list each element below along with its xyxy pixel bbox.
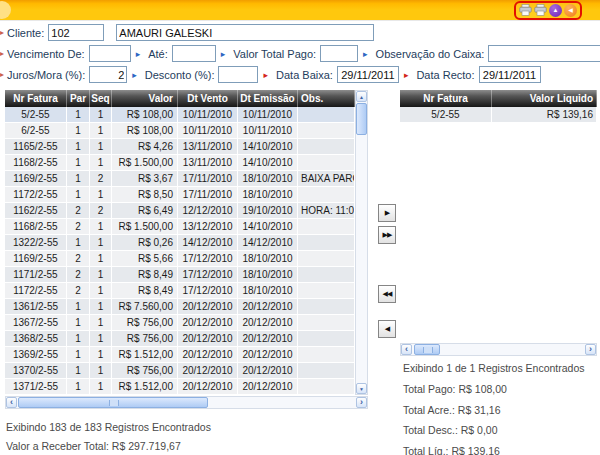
rates-row: ▸ Juros/Mora (%): ▸ Desconto (%): ▸ Data… bbox=[0, 66, 600, 83]
invoices-vertical-scrollbar[interactable]: ▲ ▼ bbox=[355, 90, 368, 395]
move-all-left-button[interactable]: ◀◀ bbox=[378, 285, 396, 303]
cell-par: 1 bbox=[67, 299, 90, 314]
cell-dt-vento: 17/12/2010 bbox=[178, 283, 238, 298]
table-row[interactable]: 1169/2-55 1 2 R$ 3,67 17/11/2010 18/10/2… bbox=[5, 171, 355, 187]
cell-dt-emissao: 20/12/2010 bbox=[238, 331, 298, 346]
cell-nr-fatura: 1169/2-55 bbox=[5, 171, 67, 186]
move-right-button[interactable]: ▶ bbox=[378, 204, 396, 222]
scroll-right-icon[interactable]: › bbox=[356, 397, 367, 408]
cell-nr-fatura: 1172/2-55 bbox=[5, 283, 67, 298]
toolbar-icon-group: ▲ ◀ bbox=[514, 1, 582, 20]
horizontal-scroll-thumb[interactable] bbox=[414, 344, 440, 355]
field-arrow-icon: ▸ bbox=[136, 49, 141, 59]
cell-dt-vento: 10/11/2010 bbox=[178, 107, 238, 122]
desconto-input[interactable] bbox=[218, 66, 258, 83]
juros-mora-input[interactable] bbox=[89, 66, 127, 83]
field-arrow-icon: ▸ bbox=[263, 70, 268, 80]
print-2-icon[interactable] bbox=[534, 2, 547, 20]
table-row[interactable]: 1322/2-55 1 1 R$ 0,26 14/12/2010 14/12/2… bbox=[5, 235, 355, 251]
cliente-name-input[interactable] bbox=[116, 24, 374, 41]
cell-par: 2 bbox=[67, 267, 90, 282]
table-row[interactable]: 1168/2-55 1 1 R$ 1.500,00 13/11/2010 14/… bbox=[5, 155, 355, 171]
cell-seq: 1 bbox=[90, 315, 112, 330]
cell-valor: R$ 0,26 bbox=[112, 235, 178, 250]
scroll-left-icon[interactable]: ‹ bbox=[6, 397, 17, 408]
data-recto-input[interactable] bbox=[479, 66, 541, 83]
cell-par: 2 bbox=[67, 219, 90, 234]
cell-seq: 1 bbox=[90, 363, 112, 378]
table-row[interactable]: 1172/2-55 2 1 R$ 8,49 17/12/2010 18/10/2… bbox=[5, 283, 355, 299]
cell-valor: R$ 1.500,00 bbox=[112, 219, 178, 234]
table-row[interactable]: 1168/2-55 2 1 R$ 1.500,00 13/12/2010 14/… bbox=[5, 219, 355, 235]
cell-obs bbox=[298, 251, 355, 266]
cell-seq: 1 bbox=[90, 155, 112, 170]
cell-dt-emissao: 20/12/2010 bbox=[238, 363, 298, 378]
cliente-label: Cliente: bbox=[7, 27, 44, 39]
table-row[interactable]: 1368/2-55 1 1 R$ 756,00 20/12/2010 20/12… bbox=[5, 331, 355, 347]
cell-nr-fatura: 1172/2-55 bbox=[5, 187, 67, 202]
table-row[interactable]: 1169/2-55 2 1 R$ 5,66 17/12/2010 18/10/2… bbox=[5, 251, 355, 267]
scroll-right-icon[interactable]: › bbox=[585, 344, 596, 355]
cell-seq: 1 bbox=[90, 251, 112, 266]
table-row[interactable]: 1171/2-55 2 1 R$ 8,49 17/12/2010 18/10/2… bbox=[5, 267, 355, 283]
print-icon[interactable] bbox=[519, 2, 532, 20]
cell-obs bbox=[298, 187, 355, 202]
selected-horizontal-scrollbar[interactable]: ‹ › bbox=[400, 343, 597, 356]
total-line: Total Acre.: R$ 31,16 bbox=[403, 404, 507, 416]
cell-valor: R$ 8,49 bbox=[112, 267, 178, 282]
row-marker-icon: ▸ bbox=[0, 49, 4, 58]
row-marker-icon: ▸ bbox=[0, 28, 4, 37]
scroll-down-icon[interactable]: ▼ bbox=[356, 383, 367, 394]
cell-nr-fatura: 1169/2-55 bbox=[5, 251, 67, 266]
cell-valor: R$ 5,66 bbox=[112, 251, 178, 266]
cell-dt-emissao: 18/10/2010 bbox=[238, 251, 298, 266]
cell-dt-emissao: 10/11/2010 bbox=[238, 123, 298, 138]
valor-total-pago-input[interactable] bbox=[320, 45, 358, 62]
table-row[interactable]: 1172/2-55 1 1 R$ 8,50 17/11/2010 18/10/2… bbox=[5, 187, 355, 203]
title-bar: ▲ ◀ bbox=[0, 0, 600, 21]
table-row[interactable]: 1371/2-55 1 1 R$ 1.512,00 20/12/2010 20/… bbox=[5, 379, 355, 395]
scroll-up-icon[interactable]: ▲ bbox=[356, 91, 367, 102]
back-icon[interactable]: ◀ bbox=[564, 4, 577, 17]
table-row[interactable]: 1162/2-55 2 2 R$ 6,49 12/12/2010 19/10/2… bbox=[5, 203, 355, 219]
cell-dt-vento: 10/11/2010 bbox=[178, 123, 238, 138]
payment-settlement-window: ▲ ◀ ▸ Cliente: ▸ Vencimento De: ▸ Até: ▸… bbox=[0, 0, 600, 455]
table-row[interactable]: 5/2-55 1 1 R$ 108,00 10/11/2010 10/11/20… bbox=[5, 107, 355, 123]
table-row[interactable]: 1369/2-55 1 1 R$ 1.512,00 20/12/2010 20/… bbox=[5, 347, 355, 363]
cell-nr-fatura: 5/2-55 bbox=[400, 107, 492, 122]
cell-nr-fatura: 1370/2-55 bbox=[5, 363, 67, 378]
cell-nr-fatura: 1162/2-55 bbox=[5, 203, 67, 218]
table-row[interactable]: 1361/2-55 1 1 R$ 7.560,00 20/12/2010 20/… bbox=[5, 299, 355, 315]
cell-seq: 1 bbox=[90, 219, 112, 234]
scroll-left-icon[interactable]: ‹ bbox=[401, 344, 412, 355]
ate-input[interactable] bbox=[172, 45, 216, 62]
vertical-scroll-thumb[interactable] bbox=[356, 103, 367, 135]
invoices-horizontal-scrollbar[interactable]: ‹ › bbox=[5, 396, 368, 409]
scroll-top-icon[interactable]: ▲ bbox=[549, 4, 562, 17]
vencimento-de-input[interactable] bbox=[89, 45, 131, 62]
horizontal-scroll-thumb[interactable] bbox=[18, 397, 208, 408]
row-marker-icon: ▸ bbox=[0, 70, 4, 79]
table-row[interactable]: 1165/2-55 1 1 R$ 4,26 13/11/2010 14/10/2… bbox=[5, 139, 355, 155]
cell-dt-emissao: 14/10/2010 bbox=[238, 155, 298, 170]
table-row[interactable]: 6/2-55 1 1 R$ 108,00 10/11/2010 10/11/20… bbox=[5, 123, 355, 139]
observacao-caixa-input[interactable] bbox=[488, 45, 600, 62]
observacao-caixa-label: Observação do Caixa: bbox=[376, 48, 485, 60]
table-row[interactable]: 5/2-55 R$ 139,16 bbox=[400, 107, 597, 123]
cell-seq: 1 bbox=[90, 347, 112, 362]
data-baixa-input[interactable] bbox=[337, 66, 399, 83]
table-row[interactable]: 1367/2-55 1 1 R$ 756,00 20/12/2010 20/12… bbox=[5, 315, 355, 331]
invoices-table: Nr Fatura Par Seq Valor Dt Vento Dt Emis… bbox=[5, 90, 368, 409]
cell-dt-vento: 14/12/2010 bbox=[178, 235, 238, 250]
move-all-right-button[interactable]: ▶▶ bbox=[378, 226, 396, 244]
table-row[interactable]: 1370/2-55 1 1 R$ 756,00 20/12/2010 20/12… bbox=[5, 363, 355, 379]
cliente-code-input[interactable] bbox=[48, 24, 104, 41]
cell-obs bbox=[298, 139, 355, 154]
vencimento-de-label: Vencimento De: bbox=[7, 48, 85, 60]
cell-par: 1 bbox=[67, 315, 90, 330]
cell-nr-fatura: 1165/2-55 bbox=[5, 139, 67, 154]
cell-seq: 1 bbox=[90, 187, 112, 202]
cell-dt-vento: 17/11/2010 bbox=[178, 187, 238, 202]
cell-obs: HORA: 11:06:5 bbox=[298, 203, 355, 218]
move-left-button[interactable]: ◀ bbox=[378, 320, 396, 338]
